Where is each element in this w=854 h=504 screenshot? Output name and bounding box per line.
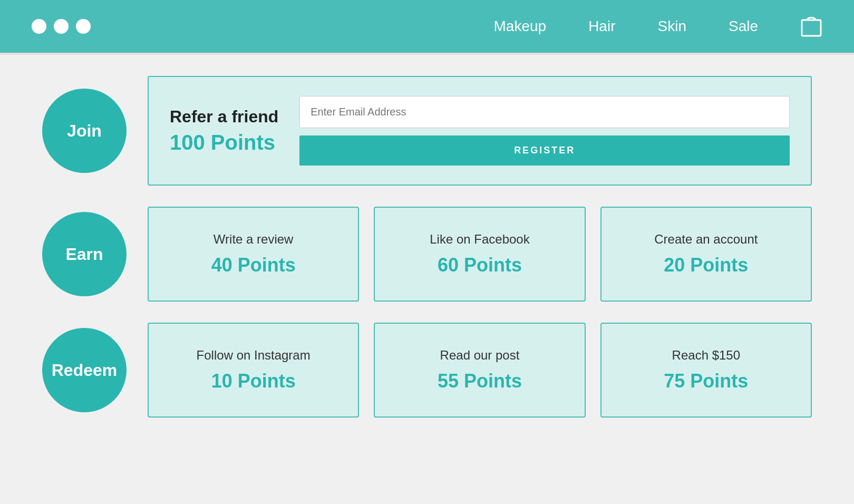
nav-makeup[interactable]: Makeup: [494, 18, 547, 35]
card-write-review: Write a review 40 Points: [148, 207, 359, 302]
earn-row: Earn Write a review 40 Points Like on Fa…: [42, 207, 812, 302]
main-content: Join Refer a friend 100 Points REGISTER …: [0, 55, 854, 470]
card-title-reach-150: Reach $150: [672, 348, 740, 363]
refer-inputs: REGISTER: [299, 96, 790, 166]
card-read-post: Read our post 55 Points: [374, 323, 585, 418]
card-title-read-post: Read our post: [440, 348, 520, 363]
email-input[interactable]: [299, 96, 790, 128]
site-header: Makeup Hair Skin Sale: [0, 0, 854, 53]
card-points-like-facebook: 60 Points: [438, 254, 522, 276]
redeem-row: Redeem Follow on Instagram 10 Points Rea…: [42, 323, 812, 418]
card-points-reach-150: 75 Points: [664, 370, 748, 392]
nav-sale[interactable]: Sale: [729, 18, 758, 35]
refer-points: 100 Points: [170, 131, 278, 154]
register-button[interactable]: REGISTER: [299, 135, 790, 166]
card-points-read-post: 55 Points: [438, 370, 522, 392]
refer-card: Refer a friend 100 Points REGISTER: [148, 76, 812, 186]
dot-2: [54, 19, 69, 34]
earn-button[interactable]: Earn: [42, 212, 127, 296]
nav-hair[interactable]: Hair: [588, 18, 615, 35]
refer-text: Refer a friend 100 Points: [170, 107, 278, 154]
card-title-create-account: Create an account: [654, 232, 758, 247]
card-title-like-facebook: Like on Facebook: [430, 232, 529, 247]
dot-3: [76, 19, 91, 34]
redeem-button[interactable]: Redeem: [42, 328, 127, 412]
redeem-cards-grid: Follow on Instagram 10 Points Read our p…: [148, 323, 812, 418]
card-follow-instagram: Follow on Instagram 10 Points: [148, 323, 359, 418]
dot-1: [32, 19, 46, 34]
main-nav: Makeup Hair Skin Sale: [494, 13, 822, 40]
nav-skin[interactable]: Skin: [657, 18, 686, 35]
card-like-facebook: Like on Facebook 60 Points: [374, 207, 585, 302]
card-reach-150: Reach $150 75 Points: [600, 323, 812, 418]
card-points-write-review: 40 Points: [211, 254, 296, 276]
refer-title: Refer a friend: [170, 107, 278, 127]
card-title-follow-instagram: Follow on Instagram: [197, 348, 310, 363]
svg-rect-0: [802, 20, 821, 36]
earn-cards-grid: Write a review 40 Points Like on Faceboo…: [148, 207, 812, 302]
card-create-account: Create an account 20 Points: [600, 207, 812, 302]
card-points-follow-instagram: 10 Points: [211, 370, 296, 392]
cart-icon[interactable]: [800, 13, 822, 40]
join-button[interactable]: Join: [42, 89, 127, 173]
logo-dots: [32, 19, 91, 34]
card-points-create-account: 20 Points: [664, 254, 748, 276]
card-title-write-review: Write a review: [214, 232, 294, 247]
join-row: Join Refer a friend 100 Points REGISTER: [42, 76, 812, 186]
